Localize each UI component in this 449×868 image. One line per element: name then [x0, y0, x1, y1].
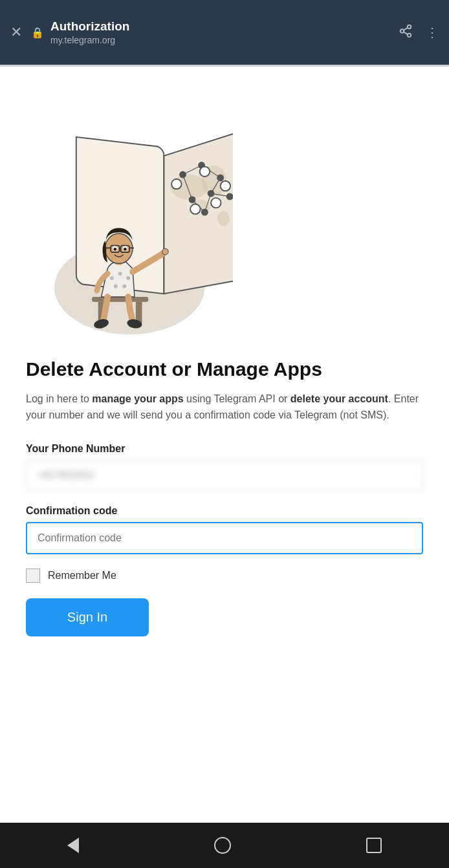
svg-point-34	[126, 276, 130, 280]
remember-me-row: Remember Me	[26, 569, 423, 583]
sign-in-button[interactable]: Sign In	[26, 598, 149, 636]
page-url: my.telegram.org	[50, 34, 399, 46]
svg-line-4	[404, 27, 408, 30]
illustration-container	[32, 92, 423, 338]
svg-point-38	[105, 233, 133, 264]
page-description: Log in here to manage your apps using Te…	[26, 391, 423, 424]
more-options-icon[interactable]: ⋮	[426, 25, 439, 40]
svg-point-9	[217, 211, 230, 226]
desc-manage-apps: manage your apps	[92, 393, 183, 404]
svg-point-27	[211, 198, 221, 208]
svg-point-36	[123, 285, 127, 288]
svg-point-50	[162, 248, 169, 255]
confirmation-code-group: Confirmation code	[26, 505, 423, 554]
browser-title-area: Authorization my.telegram.org	[50, 19, 399, 47]
page-heading: Delete Account or Manage Apps	[26, 358, 423, 381]
confirmation-code-input[interactable]	[26, 522, 423, 554]
remember-me-checkbox[interactable]	[26, 569, 40, 583]
svg-line-3	[404, 32, 408, 34]
back-button[interactable]	[67, 838, 79, 853]
lock-icon: 🔒	[31, 27, 44, 39]
desc-before-manage: Log in here to	[26, 393, 92, 404]
confirmation-label: Confirmation code	[26, 505, 423, 517]
browser-action-icons: ⋮	[399, 24, 439, 41]
phone-label: Your Phone Number	[26, 443, 423, 455]
phone-input[interactable]	[26, 460, 423, 491]
svg-point-32	[110, 276, 114, 280]
main-content: Delete Account or Manage Apps Log in her…	[0, 67, 449, 823]
svg-point-28	[190, 204, 201, 215]
share-icon[interactable]	[399, 24, 413, 41]
svg-point-25	[200, 166, 210, 177]
recents-button[interactable]	[366, 838, 382, 853]
telegram-illustration	[32, 92, 233, 338]
page-title: Authorization	[50, 19, 399, 35]
svg-point-47	[124, 248, 127, 251]
svg-rect-29	[92, 297, 148, 302]
close-tab-button[interactable]: ✕	[10, 24, 22, 41]
svg-point-24	[171, 179, 182, 190]
home-button[interactable]	[214, 837, 231, 854]
svg-point-26	[221, 181, 231, 191]
remember-me-label: Remember Me	[48, 570, 116, 581]
browser-bar: ✕ 🔒 Authorization my.telegram.org ⋮	[0, 0, 449, 65]
svg-point-35	[114, 285, 118, 288]
desc-delete-account: delete your account	[290, 393, 388, 404]
phone-number-group: Your Phone Number	[26, 443, 423, 491]
svg-point-46	[113, 248, 116, 251]
svg-point-33	[118, 272, 122, 276]
android-nav-bar	[0, 823, 449, 868]
desc-between: using Telegram API or	[184, 393, 290, 404]
